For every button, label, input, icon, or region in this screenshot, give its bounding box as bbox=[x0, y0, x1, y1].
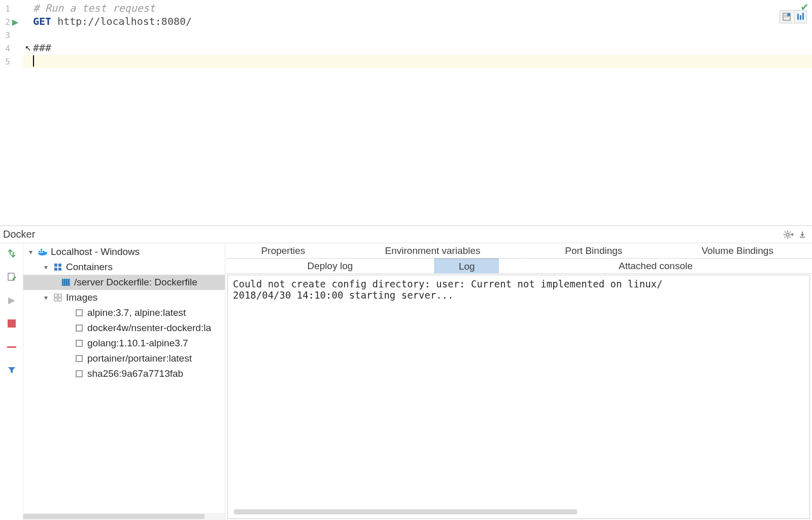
svg-point-3 bbox=[787, 13, 790, 16]
tree-label: /server Dockerfile: Dockerfile bbox=[74, 277, 197, 288]
containers-group-icon bbox=[53, 263, 63, 272]
chevron-down-icon[interactable]: ▾ bbox=[42, 294, 50, 302]
tree-label: Containers bbox=[66, 262, 113, 273]
docker-toolbar: ▶ bbox=[0, 243, 23, 520]
svg-line-12 bbox=[785, 232, 786, 233]
svg-rect-6 bbox=[802, 13, 804, 20]
svg-rect-26 bbox=[58, 268, 61, 271]
log-output[interactable]: Could not create config directory: user:… bbox=[227, 275, 810, 519]
editor-pane[interactable]: 1 2 ▶ 3 4 5 # Run a test request GET htt… bbox=[0, 0, 812, 226]
tree-node-image[interactable]: docker4w/nsenter-dockerd:la bbox=[23, 320, 225, 336]
image-icon bbox=[74, 369, 84, 378]
svg-rect-5 bbox=[800, 15, 801, 20]
chevron-down-icon[interactable]: ▾ bbox=[42, 263, 50, 271]
tree-node-containers[interactable]: ▾ Containers bbox=[23, 259, 225, 275]
svg-rect-25 bbox=[54, 268, 57, 271]
line-number: 3 bbox=[0, 30, 10, 40]
container-icon bbox=[61, 278, 71, 287]
svg-rect-20 bbox=[41, 251, 42, 252]
svg-rect-28 bbox=[58, 294, 61, 297]
editor-gutter: 1 2 ▶ 3 4 5 bbox=[0, 0, 23, 225]
tab-properties[interactable]: Properties bbox=[225, 243, 341, 258]
history-icon[interactable] bbox=[794, 10, 807, 23]
tree-node-image[interactable]: portainer/portainer:latest bbox=[23, 351, 225, 366]
svg-rect-29 bbox=[54, 298, 57, 301]
text-caret bbox=[33, 55, 34, 67]
docker-tool-window: Docker ▾ ▶ ▾ bbox=[0, 226, 812, 520]
docker-body: ▶ ▾ Localhost - Windows ▾ bbox=[0, 243, 812, 520]
tree-label: golang:1.10.1-alpine3.7 bbox=[87, 338, 188, 349]
code-comment: # Run a test request bbox=[33, 2, 155, 14]
detail-tabs-row1: Properties Environment variables Port Bi… bbox=[225, 243, 812, 258]
tree-node-images[interactable]: ▾ Images bbox=[23, 290, 225, 305]
tree-label: docker4w/nsenter-dockerd:la bbox=[87, 322, 211, 334]
line-number: 4 bbox=[0, 44, 10, 53]
http-url: http://localhost:8080/ bbox=[51, 15, 192, 27]
editor-toolbar bbox=[780, 10, 807, 23]
tree-node-image[interactable]: golang:1.10.1-alpine3.7 bbox=[23, 336, 225, 351]
svg-rect-30 bbox=[58, 298, 61, 301]
request-separator: ### bbox=[33, 42, 51, 54]
delete-icon[interactable] bbox=[5, 340, 19, 354]
redeploy-icon[interactable] bbox=[5, 246, 19, 261]
tree-label: Images bbox=[66, 292, 97, 303]
svg-rect-19 bbox=[39, 251, 40, 252]
tree-node-connection[interactable]: ▾ Localhost - Windows bbox=[23, 244, 225, 259]
svg-rect-23 bbox=[54, 264, 57, 267]
tree-node-image[interactable]: alpine:3.7, alpine:latest bbox=[23, 305, 225, 320]
svg-line-15 bbox=[785, 237, 786, 238]
docker-icon bbox=[38, 247, 48, 256]
detail-tabs-row2: Deploy log Log Attached console bbox=[225, 258, 812, 274]
horizontal-scrollbar[interactable] bbox=[23, 513, 225, 520]
svg-rect-27 bbox=[54, 294, 57, 297]
settings-icon[interactable]: ▾ bbox=[783, 229, 794, 240]
download-icon[interactable] bbox=[797, 229, 808, 240]
start-container-icon[interactable]: ▶ bbox=[5, 293, 19, 307]
image-icon bbox=[74, 354, 84, 363]
chevron-down-icon: ▾ bbox=[791, 232, 794, 237]
edit-config-icon[interactable] bbox=[5, 270, 19, 284]
horizontal-scrollbar[interactable] bbox=[233, 508, 804, 515]
svg-line-13 bbox=[790, 237, 791, 238]
image-icon bbox=[74, 323, 84, 333]
examples-icon[interactable] bbox=[780, 10, 793, 23]
line-number: 5 bbox=[0, 57, 10, 67]
line-number: 1 bbox=[0, 4, 10, 14]
stop-container-icon[interactable] bbox=[5, 316, 19, 331]
docker-tree[interactable]: ▾ Localhost - Windows ▾ Containers /serv… bbox=[23, 243, 225, 520]
tree-node-image[interactable]: sha256:9a67a7713fab bbox=[23, 366, 225, 381]
svg-line-14 bbox=[790, 232, 791, 233]
tab-volume-bindings[interactable]: Volume Bindings bbox=[662, 243, 812, 258]
svg-point-7 bbox=[786, 233, 789, 236]
tab-port-bindings[interactable]: Port Bindings bbox=[524, 243, 663, 258]
line-number: 2 bbox=[0, 17, 10, 27]
chevron-down-icon[interactable]: ▾ bbox=[26, 248, 35, 256]
code-area[interactable]: # Run a test request GET http://localhos… bbox=[23, 0, 812, 225]
container-detail-panel: Properties Environment variables Port Bi… bbox=[225, 243, 812, 520]
tab-deploy-log[interactable]: Deploy log bbox=[225, 258, 435, 274]
docker-title: Docker bbox=[3, 229, 35, 240]
log-text: Could not create config directory: user:… bbox=[233, 278, 804, 508]
tab-log[interactable]: Log bbox=[434, 258, 499, 274]
tree-label: sha256:9a67a7713fab bbox=[87, 368, 183, 379]
tree-label: Localhost - Windows bbox=[51, 246, 140, 257]
tab-env-vars[interactable]: Environment variables bbox=[341, 243, 525, 258]
svg-rect-4 bbox=[797, 14, 799, 20]
images-group-icon bbox=[53, 293, 63, 302]
svg-rect-21 bbox=[41, 249, 42, 250]
tab-attached-console[interactable]: Attached console bbox=[499, 258, 812, 274]
docker-header: Docker ▾ bbox=[0, 226, 812, 243]
svg-rect-24 bbox=[58, 264, 61, 267]
image-icon bbox=[74, 308, 84, 317]
filter-icon[interactable] bbox=[5, 363, 19, 377]
http-method: GET bbox=[33, 15, 51, 27]
tree-node-container[interactable]: /server Dockerfile: Dockerfile bbox=[23, 275, 225, 290]
tree-label: portainer/portainer:latest bbox=[87, 353, 192, 364]
image-icon bbox=[74, 339, 84, 348]
run-gutter-icon[interactable]: ▶ bbox=[12, 17, 18, 27]
tree-label: alpine:3.7, alpine:latest bbox=[87, 307, 186, 318]
